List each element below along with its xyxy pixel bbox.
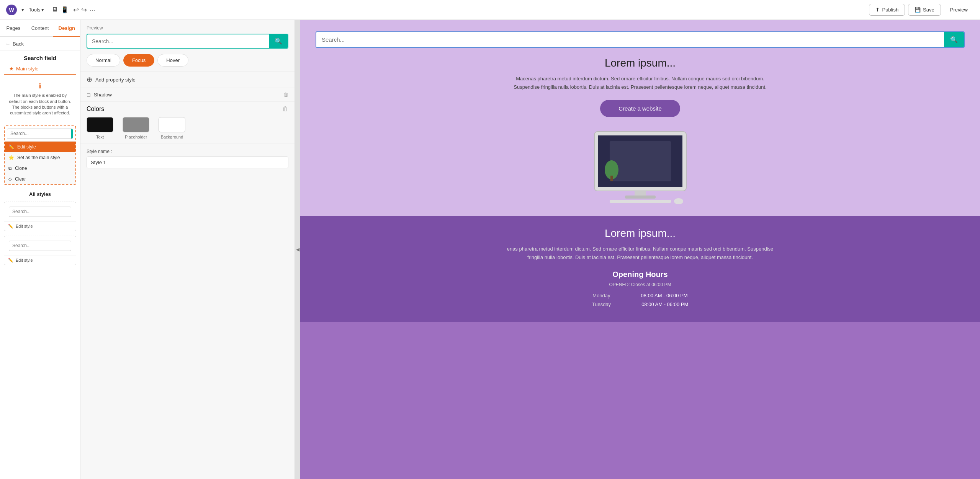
preview-label: Preview bbox=[87, 25, 288, 31]
undo-button[interactable]: ↩ bbox=[73, 6, 79, 14]
brand-dropdown[interactable]: ▾ bbox=[21, 7, 24, 13]
style-card-search-preview: 🔍 bbox=[7, 129, 73, 139]
redo-button[interactable]: ↪ bbox=[81, 6, 87, 14]
style-card-plain-1: 🔍 ✏️ Edit style bbox=[4, 202, 76, 231]
tab-focus[interactable]: Focus bbox=[123, 54, 154, 67]
main-layout: Pages Content Design ← Back Search field… bbox=[0, 20, 980, 479]
menu-item-clone[interactable]: ⧉ Clone bbox=[5, 163, 75, 174]
menu-item-set-main-style[interactable]: ⭐ Set as the main style bbox=[5, 152, 75, 163]
shadow-icon: ◻ bbox=[87, 92, 91, 98]
canvas-bottom: Lorem ipsum... enas pharetra metud inter… bbox=[300, 216, 980, 322]
preview-button[interactable]: Preview bbox=[944, 4, 974, 15]
back-button[interactable]: ← Back bbox=[0, 37, 80, 51]
tab-hover[interactable]: Hover bbox=[157, 54, 188, 67]
canvas-bottom-lorem-title: Lorem ipsum... bbox=[316, 227, 965, 240]
opened-label: OPENED: Closes at 06:00 PM bbox=[316, 282, 965, 287]
colors-header: Colors 🗑 bbox=[87, 106, 288, 112]
swatch-background: Background bbox=[159, 117, 185, 139]
canvas-cta-button[interactable]: Create a website bbox=[600, 100, 680, 117]
middle-panel: Preview 🔍 Normal Focus Hover ⊕ Add prope… bbox=[80, 20, 295, 479]
tab-content[interactable]: Content bbox=[27, 20, 54, 37]
opening-hours-title: Opening Hours bbox=[316, 270, 965, 279]
preview-search-input[interactable] bbox=[87, 35, 269, 47]
swatch-text-label: Text bbox=[96, 135, 104, 139]
menu-item-clear[interactable]: ◇ Clear bbox=[5, 174, 75, 184]
save-label: Save bbox=[923, 7, 934, 13]
hours-day-0: Monday bbox=[592, 293, 610, 298]
svg-rect-5 bbox=[610, 141, 671, 181]
hours-row-1: Tuesday 08:00 AM - 06:00 PM bbox=[316, 301, 965, 307]
style-tabs: Normal Focus Hover bbox=[80, 54, 294, 71]
tab-normal[interactable]: Normal bbox=[87, 54, 120, 67]
swatch-text-color[interactable] bbox=[87, 117, 113, 132]
style-card-search-input[interactable] bbox=[7, 129, 71, 138]
star-icon: ★ bbox=[9, 66, 14, 72]
tab-pages[interactable]: Pages bbox=[0, 20, 27, 37]
tools-button[interactable]: Tools ▾ bbox=[29, 7, 44, 13]
svg-text:W: W bbox=[9, 7, 14, 13]
undo-redo: ↩ ↪ … bbox=[73, 6, 95, 14]
shadow-delete-icon[interactable]: 🗑 bbox=[283, 92, 288, 98]
left-panel: Pages Content Design ← Back Search field… bbox=[0, 20, 80, 479]
tab-design[interactable]: Design bbox=[53, 20, 80, 37]
swatch-placeholder: Placeholder bbox=[123, 117, 149, 139]
svg-rect-8 bbox=[635, 191, 646, 196]
swatch-placeholder-color[interactable] bbox=[123, 117, 149, 132]
plain-edit-btn-2[interactable]: ✏️ Edit style bbox=[4, 256, 76, 265]
brand-logo[interactable]: W bbox=[6, 5, 17, 15]
style-card-menu: ✏️ Edit style ⭐ Set as the main style ⧉ … bbox=[5, 141, 75, 184]
svg-rect-7 bbox=[610, 176, 613, 181]
info-box: ℹ The main style is enabled by default o… bbox=[5, 78, 75, 119]
style-card-search-button[interactable]: 🔍 bbox=[71, 129, 73, 138]
info-icon: ℹ bbox=[8, 81, 72, 91]
info-text: The main style is enabled by default on … bbox=[8, 93, 72, 116]
canvas-lorem-text: Macenas pharetra metud interdum dictum. … bbox=[506, 75, 774, 91]
swatch-placeholder-label: Placeholder bbox=[125, 135, 147, 139]
add-property-row[interactable]: ⊕ Add property style bbox=[80, 71, 294, 88]
canvas-search-input[interactable] bbox=[316, 32, 944, 47]
style-name-input[interactable] bbox=[87, 156, 288, 168]
plain-search-preview-2: 🔍 bbox=[9, 241, 71, 251]
style-card-inner: 🔍 bbox=[5, 126, 75, 141]
colors-delete-icon[interactable]: 🗑 bbox=[282, 106, 288, 112]
style-name-section: Style name : bbox=[80, 143, 294, 174]
preview-label: Preview bbox=[950, 7, 968, 13]
opening-hours: Opening Hours OPENED: Closes at 06:00 PM… bbox=[316, 270, 965, 307]
swatch-background-color[interactable] bbox=[159, 117, 185, 132]
plain-search-input-1[interactable] bbox=[9, 207, 71, 216]
swatch-background-label: Background bbox=[161, 135, 183, 139]
svg-point-11 bbox=[674, 198, 683, 204]
canvas-search-button[interactable]: 🔍 bbox=[944, 32, 964, 47]
colors-title: Colors bbox=[87, 106, 104, 112]
edit-label-2: Edit style bbox=[16, 258, 33, 262]
device-icons: 🖥 📱 bbox=[52, 6, 69, 13]
more-button[interactable]: … bbox=[89, 6, 95, 14]
star-main-icon: ⭐ bbox=[8, 155, 14, 160]
topbar-left: W ▾ Tools ▾ 🖥 📱 ↩ ↪ … bbox=[6, 5, 95, 15]
colors-section: Colors 🗑 Text Placeholder Background bbox=[80, 101, 294, 143]
preview-search-button[interactable]: 🔍 bbox=[269, 34, 288, 48]
hours-table: Monday 08:00 AM - 06:00 PM Tuesday 08:00… bbox=[316, 293, 965, 307]
back-label: Back bbox=[13, 41, 24, 47]
shadow-label: Shadow bbox=[94, 92, 112, 98]
collapse-handle[interactable]: ◀ bbox=[295, 20, 300, 479]
save-button[interactable]: 💾 Save bbox=[908, 4, 941, 16]
plain-edit-btn-1[interactable]: ✏️ Edit style bbox=[4, 222, 76, 231]
canvas-search-box: 🔍 bbox=[316, 31, 965, 48]
add-property-icon: ⊕ bbox=[87, 75, 92, 84]
section-title: Search field bbox=[0, 51, 80, 64]
all-styles-title: All styles bbox=[0, 187, 80, 199]
topbar-right: ⬆ Publish 💾 Save Preview bbox=[869, 4, 974, 16]
preview-search-row: 🔍 bbox=[87, 34, 288, 49]
left-tabs: Pages Content Design bbox=[0, 20, 80, 37]
menu-item-edit-style[interactable]: ✏️ Edit style bbox=[5, 142, 75, 152]
topbar: W ▾ Tools ▾ 🖥 📱 ↩ ↪ … ⬆ Publish 💾 Save bbox=[0, 0, 980, 20]
brand-dropdown-arrow: ▾ bbox=[21, 7, 24, 13]
publish-icon: ⬆ bbox=[875, 7, 880, 13]
desktop-icon[interactable]: 🖥 bbox=[52, 6, 58, 13]
mobile-icon[interactable]: 📱 bbox=[61, 6, 69, 13]
plain-search-input-2[interactable] bbox=[9, 241, 71, 250]
publish-button[interactable]: ⬆ Publish bbox=[869, 4, 905, 16]
edit-label-1: Edit style bbox=[16, 224, 33, 228]
canvas-lorem-title: Lorem ipsum... bbox=[316, 57, 965, 69]
